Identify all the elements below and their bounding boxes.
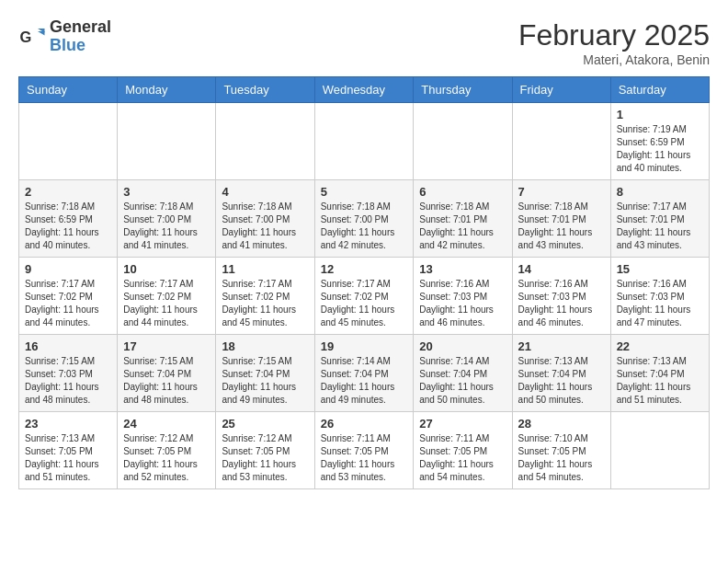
svg-marker-2 (38, 31, 45, 36)
day-info: Sunrise: 7:16 AM Sunset: 7:03 PM Dayligh… (518, 278, 605, 329)
day-info: Sunrise: 7:13 AM Sunset: 7:04 PM Dayligh… (518, 355, 605, 407)
day-number: 6 (419, 185, 506, 199)
calendar-cell: 4Sunrise: 7:18 AM Sunset: 7:00 PM Daylig… (216, 180, 314, 258)
page-header: G General Blue February 2025 Materi, Ata… (18, 18, 710, 67)
calendar-cell: 13Sunrise: 7:16 AM Sunset: 7:03 PM Dayli… (414, 258, 512, 335)
calendar-cell: 19Sunrise: 7:14 AM Sunset: 7:04 PM Dayli… (314, 335, 414, 412)
day-number: 8 (617, 185, 703, 199)
calendar-cell: 14Sunrise: 7:16 AM Sunset: 7:03 PM Dayli… (512, 258, 610, 335)
calendar-week-row: 16Sunrise: 7:15 AM Sunset: 7:03 PM Dayli… (19, 335, 710, 412)
month-title: February 2025 (518, 18, 710, 52)
day-info: Sunrise: 7:11 AM Sunset: 7:05 PM Dayligh… (419, 432, 506, 484)
calendar-cell: 24Sunrise: 7:12 AM Sunset: 7:05 PM Dayli… (118, 412, 216, 489)
day-number: 28 (518, 417, 605, 431)
day-info: Sunrise: 7:15 AM Sunset: 7:03 PM Dayligh… (25, 355, 111, 407)
day-number: 10 (123, 262, 210, 276)
weekday-header: Tuesday (216, 77, 314, 103)
day-info: Sunrise: 7:18 AM Sunset: 7:00 PM Dayligh… (321, 201, 408, 252)
weekday-header: Monday (118, 77, 216, 103)
day-info: Sunrise: 7:15 AM Sunset: 7:04 PM Dayligh… (123, 355, 210, 407)
day-number: 18 (222, 339, 308, 353)
weekday-header: Sunday (19, 77, 118, 103)
calendar-cell: 21Sunrise: 7:13 AM Sunset: 7:04 PM Dayli… (512, 335, 610, 412)
day-number: 13 (419, 262, 506, 276)
calendar-cell: 9Sunrise: 7:17 AM Sunset: 7:02 PM Daylig… (19, 258, 118, 335)
calendar-cell: 2Sunrise: 7:18 AM Sunset: 6:59 PM Daylig… (19, 180, 118, 258)
day-info: Sunrise: 7:16 AM Sunset: 7:03 PM Dayligh… (617, 278, 703, 329)
day-info: Sunrise: 7:10 AM Sunset: 7:05 PM Dayligh… (518, 432, 605, 484)
day-info: Sunrise: 7:17 AM Sunset: 7:02 PM Dayligh… (321, 278, 408, 329)
calendar-header-row: SundayMondayTuesdayWednesdayThursdayFrid… (19, 77, 710, 103)
day-number: 4 (222, 185, 308, 199)
logo-general: General (50, 18, 111, 37)
day-number: 22 (617, 339, 703, 353)
day-info: Sunrise: 7:17 AM Sunset: 7:01 PM Dayligh… (617, 201, 703, 252)
day-number: 2 (25, 185, 111, 199)
calendar-week-row: 9Sunrise: 7:17 AM Sunset: 7:02 PM Daylig… (19, 258, 710, 335)
calendar-cell (19, 103, 118, 180)
logo-text: General Blue (50, 18, 111, 55)
calendar-cell: 22Sunrise: 7:13 AM Sunset: 7:04 PM Dayli… (610, 335, 709, 412)
day-info: Sunrise: 7:18 AM Sunset: 7:01 PM Dayligh… (419, 201, 506, 252)
day-info: Sunrise: 7:18 AM Sunset: 7:00 PM Dayligh… (222, 201, 308, 252)
calendar-cell (414, 103, 512, 180)
logo-icon: G (18, 23, 46, 51)
calendar-cell (610, 412, 709, 489)
day-number: 16 (25, 339, 111, 353)
calendar-cell: 26Sunrise: 7:11 AM Sunset: 7:05 PM Dayli… (314, 412, 414, 489)
calendar-cell (118, 103, 216, 180)
day-number: 21 (518, 339, 605, 353)
day-info: Sunrise: 7:17 AM Sunset: 7:02 PM Dayligh… (222, 278, 308, 329)
svg-text:G: G (20, 29, 32, 45)
weekday-header: Friday (512, 77, 610, 103)
day-number: 15 (617, 262, 703, 276)
calendar-cell: 7Sunrise: 7:18 AM Sunset: 7:01 PM Daylig… (512, 180, 610, 258)
day-info: Sunrise: 7:12 AM Sunset: 7:05 PM Dayligh… (123, 432, 210, 484)
day-info: Sunrise: 7:18 AM Sunset: 7:01 PM Dayligh… (518, 201, 605, 252)
day-info: Sunrise: 7:14 AM Sunset: 7:04 PM Dayligh… (321, 355, 408, 407)
day-number: 24 (123, 417, 210, 431)
day-number: 20 (419, 339, 506, 353)
day-info: Sunrise: 7:17 AM Sunset: 7:02 PM Dayligh… (123, 278, 210, 329)
calendar-body: 1Sunrise: 7:19 AM Sunset: 6:59 PM Daylig… (19, 103, 710, 489)
calendar-cell: 11Sunrise: 7:17 AM Sunset: 7:02 PM Dayli… (216, 258, 314, 335)
logo: G General Blue (18, 18, 111, 55)
calendar-cell: 23Sunrise: 7:13 AM Sunset: 7:05 PM Dayli… (19, 412, 118, 489)
day-info: Sunrise: 7:18 AM Sunset: 7:00 PM Dayligh… (123, 201, 210, 252)
calendar-cell: 17Sunrise: 7:15 AM Sunset: 7:04 PM Dayli… (118, 335, 216, 412)
calendar: SundayMondayTuesdayWednesdayThursdayFrid… (18, 76, 710, 489)
location: Materi, Atakora, Benin (518, 52, 710, 67)
day-number: 1 (617, 108, 703, 121)
day-number: 9 (25, 262, 111, 276)
logo-blue: Blue (50, 37, 111, 55)
calendar-cell: 18Sunrise: 7:15 AM Sunset: 7:04 PM Dayli… (216, 335, 314, 412)
calendar-week-row: 2Sunrise: 7:18 AM Sunset: 6:59 PM Daylig… (19, 180, 710, 258)
day-number: 25 (222, 417, 308, 431)
calendar-cell: 12Sunrise: 7:17 AM Sunset: 7:02 PM Dayli… (314, 258, 414, 335)
day-number: 19 (321, 339, 408, 353)
day-number: 26 (321, 417, 408, 431)
calendar-cell: 20Sunrise: 7:14 AM Sunset: 7:04 PM Dayli… (414, 335, 512, 412)
title-block: February 2025 Materi, Atakora, Benin (518, 18, 710, 67)
calendar-cell: 8Sunrise: 7:17 AM Sunset: 7:01 PM Daylig… (610, 180, 709, 258)
calendar-cell: 5Sunrise: 7:18 AM Sunset: 7:00 PM Daylig… (314, 180, 414, 258)
calendar-week-row: 1Sunrise: 7:19 AM Sunset: 6:59 PM Daylig… (19, 103, 710, 180)
day-info: Sunrise: 7:13 AM Sunset: 7:05 PM Dayligh… (25, 432, 111, 484)
calendar-cell (512, 103, 610, 180)
weekday-header: Thursday (414, 77, 512, 103)
day-number: 27 (419, 417, 506, 431)
day-info: Sunrise: 7:13 AM Sunset: 7:04 PM Dayligh… (617, 355, 703, 407)
day-number: 23 (25, 417, 111, 431)
day-info: Sunrise: 7:11 AM Sunset: 7:05 PM Dayligh… (321, 432, 408, 484)
calendar-cell: 10Sunrise: 7:17 AM Sunset: 7:02 PM Dayli… (118, 258, 216, 335)
day-info: Sunrise: 7:16 AM Sunset: 7:03 PM Dayligh… (419, 278, 506, 329)
calendar-cell: 15Sunrise: 7:16 AM Sunset: 7:03 PM Dayli… (610, 258, 709, 335)
calendar-cell (314, 103, 414, 180)
calendar-cell (216, 103, 314, 180)
day-number: 5 (321, 185, 408, 199)
calendar-week-row: 23Sunrise: 7:13 AM Sunset: 7:05 PM Dayli… (19, 412, 710, 489)
calendar-cell: 27Sunrise: 7:11 AM Sunset: 7:05 PM Dayli… (414, 412, 512, 489)
day-info: Sunrise: 7:17 AM Sunset: 7:02 PM Dayligh… (25, 278, 111, 329)
day-info: Sunrise: 7:18 AM Sunset: 6:59 PM Dayligh… (25, 201, 111, 252)
day-info: Sunrise: 7:19 AM Sunset: 6:59 PM Dayligh… (617, 123, 703, 175)
